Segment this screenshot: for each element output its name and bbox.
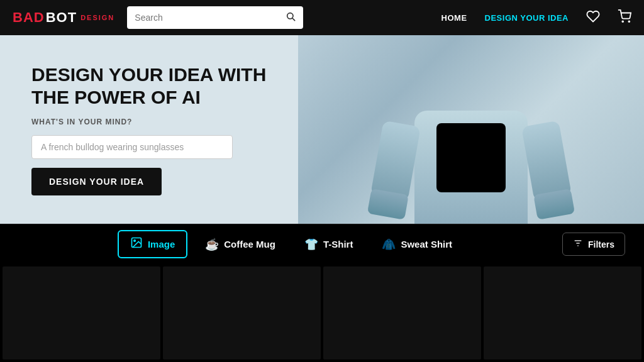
hero-subtitle: WHAT'S IN YOUR MIND? xyxy=(31,118,283,126)
robot-torso xyxy=(414,111,528,224)
filters-button-label: Filters xyxy=(588,239,614,250)
nav-links: HOME DESIGN YOUR IDEA xyxy=(441,9,631,26)
coffee-mug-tab-icon: ☕ xyxy=(205,238,219,251)
nav-link-design-your-idea[interactable]: DESIGN YOUR IDEA xyxy=(485,13,569,23)
robot-hand-left xyxy=(367,189,409,220)
hero-prompt-input[interactable]: A french bulldog wearing sunglasses xyxy=(31,135,233,159)
robot-hand-right xyxy=(533,189,575,220)
filters-icon xyxy=(573,238,583,250)
wishlist-icon[interactable] xyxy=(586,9,600,26)
tshirt-tab-icon: 👕 xyxy=(304,238,318,251)
search-bar xyxy=(127,6,303,29)
svg-point-3 xyxy=(628,21,630,22)
filter-tabs: Image ☕ Coffee Mug 👕 T-Shirt 🧥 Sweat Shi… xyxy=(19,230,562,258)
nav-link-home[interactable]: HOME xyxy=(441,13,467,23)
navbar: BAD BOT DESIGN HOME DESIGN YOUR IDEA xyxy=(0,0,644,35)
cart-icon[interactable] xyxy=(618,9,631,26)
robot-body xyxy=(389,60,553,224)
robot-arm-left xyxy=(370,121,421,202)
svg-line-1 xyxy=(292,18,295,21)
filter-bar: Image ☕ Coffee Mug 👕 T-Shirt 🧥 Sweat Shi… xyxy=(0,224,644,264)
search-icon xyxy=(286,11,296,24)
filter-tab-sweat-shirt-label: Sweat Shirt xyxy=(401,239,452,250)
sweat-shirt-tab-icon: 🧥 xyxy=(382,238,396,251)
filter-tab-image-label: Image xyxy=(148,239,175,250)
logo-bot: BOT xyxy=(46,9,77,26)
design-your-idea-button[interactable]: DESIGN YOUR IDEA xyxy=(31,168,162,195)
filters-button[interactable]: Filters xyxy=(562,233,625,256)
gallery-item[interactable] xyxy=(484,266,641,359)
gallery-item[interactable] xyxy=(3,266,160,359)
svg-point-2 xyxy=(622,21,623,22)
robot-background xyxy=(298,35,644,224)
hero-section: DESIGN YOUR IDEA WITH THE POWER OF AI WH… xyxy=(0,35,644,224)
filter-tab-image[interactable]: Image xyxy=(118,230,187,258)
hero-content: DESIGN YOUR IDEA WITH THE POWER OF AI WH… xyxy=(0,35,314,224)
filter-tab-coffee-mug[interactable]: ☕ Coffee Mug xyxy=(194,233,287,256)
search-input[interactable] xyxy=(135,13,280,23)
robot-arm-right xyxy=(521,121,572,202)
gallery-item[interactable] xyxy=(163,266,321,359)
filter-tab-tshirt-label: T-Shirt xyxy=(323,239,353,250)
logo: BAD BOT DESIGN xyxy=(13,9,114,26)
svg-point-5 xyxy=(134,240,136,242)
robot-screen xyxy=(436,123,506,192)
gallery-grid xyxy=(0,264,644,362)
logo-bad: BAD xyxy=(13,9,45,26)
filter-tab-coffee-mug-label: Coffee Mug xyxy=(224,239,275,250)
gallery-item[interactable] xyxy=(323,266,481,359)
filter-tab-tshirt[interactable]: 👕 T-Shirt xyxy=(293,233,365,256)
hero-title: DESIGN YOUR IDEA WITH THE POWER OF AI xyxy=(31,63,283,109)
logo-design: DESIGN xyxy=(80,14,114,21)
filter-tab-sweat-shirt[interactable]: 🧥 Sweat Shirt xyxy=(370,233,464,256)
image-tab-icon xyxy=(130,236,143,252)
hero-robot-visual xyxy=(298,35,644,224)
